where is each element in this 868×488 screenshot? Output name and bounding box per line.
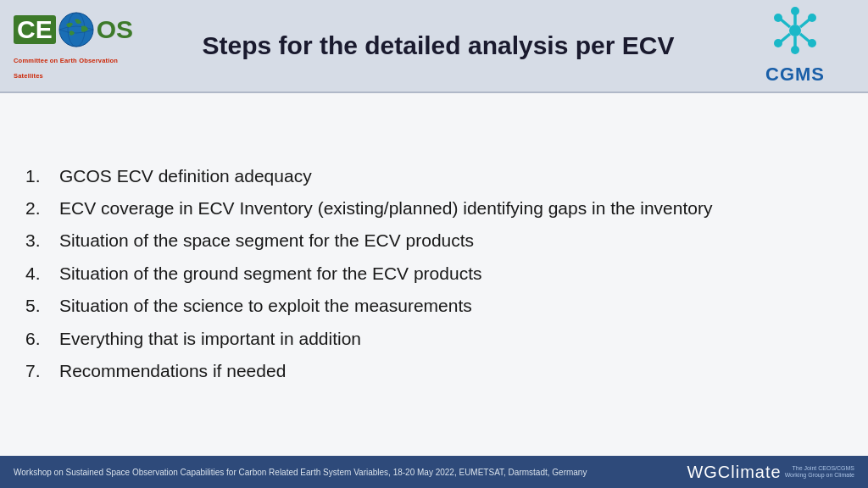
footer-text: Workshop on Sustained Space Observation … [14,468,687,477]
svg-point-4 [791,7,799,15]
header: CE OS Commit [0,0,868,93]
svg-point-10 [774,39,782,47]
list-number: 1. [25,164,59,188]
list-item: 2.ECV coverage in ECV Inventory (existin… [25,197,834,220]
list: 1.GCOS ECV definition adequacy2.ECV cove… [25,164,834,391]
wgclimate-label: WGClimate [687,463,781,482]
ceos-earth-icon [58,11,95,48]
list-number: 3. [25,229,59,252]
cgms-logo: CGMS [736,7,854,86]
slide-title: Steps for the detailed analysis per ECV [141,30,736,61]
list-item: 3.Situation of the space segment for the… [25,229,834,252]
list-item: 5.Situation of the science to exploit th… [25,294,834,318]
list-item-text: Recommendations if needed [59,359,834,383]
wgclimate-sub2: Working Group on Climate [785,472,854,479]
list-number: 6. [25,327,59,351]
list-item: 7.Recommendations if needed [25,359,834,383]
cgms-icon [764,7,827,62]
slide: CE OS Commit [0,0,868,488]
list-item-text: Situation of the ground segment for the … [59,262,834,286]
content-area: 1.GCOS ECV definition adequacy2.ECV cove… [0,93,868,456]
svg-point-12 [774,14,782,22]
footer: Workshop on Sustained Space Observation … [0,456,868,488]
list-item-text: ECV coverage in ECV Inventory (existing/… [59,197,834,220]
svg-point-8 [808,14,816,22]
ceos-ce-text: CE [14,15,56,44]
ceos-subtitle: Committee on Earth Observation Satellite… [14,57,118,80]
cgms-label: CGMS [765,64,825,86]
list-number: 7. [25,359,59,383]
svg-point-6 [791,46,799,54]
list-item: 4.Situation of the ground segment for th… [25,262,834,286]
list-number: 4. [25,262,59,286]
ceos-logo: CE OS Commit [14,11,141,81]
svg-point-2 [789,25,801,36]
list-item: 1.GCOS ECV definition adequacy [25,164,834,188]
wgclimate-logo: WGClimate The Joint CEOS/CGMS Working Gr… [687,463,854,482]
list-number: 2. [25,197,59,220]
list-item-text: Everything that is important in addition [59,327,834,351]
ceos-os-text: OS [97,17,133,42]
svg-point-14 [808,39,816,47]
list-item: 6.Everything that is important in additi… [25,327,834,351]
list-item-text: Situation of the space segment for the E… [59,229,834,252]
wgclimate-sub1: The Joint CEOS/CGMS [785,465,854,472]
list-item-text: GCOS ECV definition adequacy [59,164,834,188]
list-number: 5. [25,294,59,318]
list-item-text: Situation of the science to exploit the … [59,294,834,318]
